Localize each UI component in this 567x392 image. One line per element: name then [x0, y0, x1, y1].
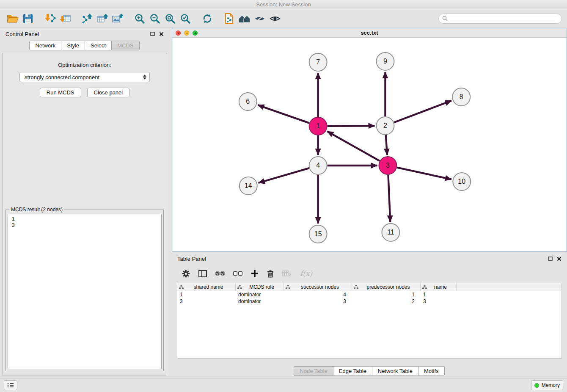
- search-input[interactable]: [450, 16, 558, 22]
- table-settings-button[interactable]: [182, 270, 190, 278]
- zoom-selected-button[interactable]: [178, 11, 193, 26]
- refresh-layout-button[interactable]: [200, 11, 215, 26]
- memory-status-icon: [534, 383, 539, 388]
- memory-button[interactable]: Memory: [531, 380, 563, 390]
- tab-network[interactable]: Network: [29, 41, 61, 50]
- document-network-button[interactable]: [222, 11, 237, 26]
- window-close-icon[interactable]: [176, 30, 181, 36]
- window-maximize-icon[interactable]: [193, 30, 198, 36]
- tab-edge-table[interactable]: Edge Table: [333, 366, 372, 376]
- unselect-all-columns-button[interactable]: [233, 271, 242, 276]
- graph-node-label: 6: [246, 98, 250, 105]
- table-panel-title: Table Panel: [177, 256, 206, 262]
- run-mcds-button[interactable]: Run MCDS: [40, 88, 81, 97]
- close-panel-button[interactable]: Close panel: [87, 88, 130, 97]
- close-table-panel-icon[interactable]: [557, 257, 561, 261]
- graph-node-4[interactable]: 4: [309, 157, 327, 174]
- show-details-button[interactable]: [267, 11, 283, 26]
- zoom-in-button[interactable]: [132, 11, 147, 26]
- graph-node-6[interactable]: 6: [239, 93, 257, 110]
- import-network-button[interactable]: [42, 11, 58, 26]
- float-table-panel-icon[interactable]: [548, 257, 553, 261]
- graph-node-3[interactable]: 3: [379, 157, 396, 174]
- tab-select[interactable]: Select: [85, 41, 112, 50]
- graph-edge-3-10[interactable]: [397, 168, 451, 179]
- network-graph[interactable]: 7968124314101511: [172, 38, 567, 251]
- open-session-button[interactable]: [5, 11, 20, 26]
- delete-column-button[interactable]: [267, 270, 274, 278]
- cell-mcds-role[interactable]: dominator: [236, 291, 284, 298]
- open-folder-icon: [7, 14, 19, 23]
- cell-shared-name[interactable]: 1: [177, 291, 236, 298]
- tab-node-table[interactable]: Node Table: [294, 366, 333, 376]
- cell-name[interactable]: 1: [421, 291, 457, 298]
- two-houses-button[interactable]: [237, 11, 252, 26]
- graph-node-1[interactable]: 1: [309, 117, 327, 135]
- network-window-title: scc.txt: [172, 30, 567, 36]
- show-columns-button[interactable]: [198, 270, 207, 277]
- graph-node-11[interactable]: 11: [382, 224, 399, 241]
- import-table-button[interactable]: [58, 11, 73, 26]
- graph-node-8[interactable]: 8: [452, 88, 470, 106]
- task-history-button[interactable]: [4, 380, 17, 390]
- mcds-result-list[interactable]: 1 3: [8, 214, 162, 369]
- mcds-result-item[interactable]: 1: [12, 216, 157, 222]
- save-session-button[interactable]: [20, 11, 36, 26]
- window-minimize-icon[interactable]: [184, 30, 189, 36]
- close-panel-icon[interactable]: [159, 32, 164, 36]
- cell-predecessor-nodes[interactable]: 2: [352, 298, 421, 305]
- float-panel-icon[interactable]: [150, 32, 155, 36]
- optimization-criterion-select[interactable]: strongly connected component: [19, 72, 150, 82]
- zoom-fit-button[interactable]: [162, 11, 178, 26]
- cell-successor-nodes[interactable]: 4: [284, 291, 352, 298]
- graph-edge-3-11[interactable]: [388, 175, 390, 222]
- column-header-predecessor-nodes[interactable]: predecessor nodes: [352, 283, 421, 291]
- graph-edge-1-6[interactable]: [258, 105, 309, 123]
- graph-edge-2-3[interactable]: [386, 135, 387, 155]
- zoom-out-button[interactable]: [147, 11, 162, 26]
- mcds-result-groupbox: MCDS result (2 nodes) 1 3: [6, 210, 164, 371]
- column-header-filler: [457, 283, 561, 291]
- cell-successor-nodes[interactable]: 3: [284, 298, 352, 305]
- cell-name[interactable]: 3: [421, 298, 457, 305]
- tab-mcds[interactable]: MCDS: [111, 41, 139, 50]
- cell-mcds-role[interactable]: dominator: [236, 298, 284, 305]
- create-column-button[interactable]: [251, 270, 259, 277]
- graph-edge-3-1[interactable]: [327, 131, 380, 161]
- graph-edge-4-14[interactable]: [259, 168, 309, 183]
- column-header-name[interactable]: name: [421, 283, 457, 291]
- select-all-columns-button[interactable]: [215, 271, 225, 276]
- tab-motifs[interactable]: Motifs: [418, 366, 445, 376]
- graph-edge-2-8[interactable]: [394, 101, 451, 122]
- hide-details-button[interactable]: [252, 11, 267, 26]
- graph-node-15[interactable]: 15: [309, 225, 327, 243]
- cell-predecessor-nodes[interactable]: 1: [352, 291, 421, 298]
- cell-shared-name[interactable]: 3: [177, 298, 236, 305]
- tab-style[interactable]: Style: [61, 41, 85, 50]
- export-image-button[interactable]: [110, 11, 125, 26]
- node-table: shared name MCDS role successor nodes: [177, 283, 562, 359]
- export-image-icon: [112, 13, 124, 24]
- graph-node-10[interactable]: 10: [453, 173, 471, 190]
- export-network-button[interactable]: [80, 11, 95, 26]
- graph-node-2[interactable]: 2: [376, 117, 394, 135]
- app-window: Session: New Session: [0, 0, 567, 392]
- column-header-shared-name[interactable]: shared name: [177, 283, 236, 291]
- graph-node-7[interactable]: 7: [309, 53, 327, 71]
- control-panel: Control Panel Network Style Select MCDS …: [0, 28, 169, 378]
- graph-edge-1-2[interactable]: [328, 126, 375, 126]
- column-header-mcds-role[interactable]: MCDS role: [236, 283, 284, 291]
- table-row: 3 dominator 3 2 3: [177, 298, 561, 305]
- mcds-result-item[interactable]: 3: [12, 222, 157, 229]
- control-panel-title: Control Panel: [6, 31, 39, 37]
- graph-node-14[interactable]: 14: [239, 177, 257, 195]
- network-canvas[interactable]: 7968124314101511: [172, 38, 567, 251]
- list-icon: [7, 383, 14, 388]
- export-table-button[interactable]: [95, 11, 110, 26]
- graph-node-9[interactable]: 9: [376, 52, 394, 70]
- tab-network-table[interactable]: Network Table: [372, 366, 418, 376]
- control-panel-header: Control Panel: [0, 28, 169, 40]
- column-header-successor-nodes[interactable]: successor nodes: [284, 283, 352, 291]
- zoom-selected-icon: [180, 13, 191, 24]
- table-header-row: shared name MCDS role successor nodes: [177, 283, 561, 291]
